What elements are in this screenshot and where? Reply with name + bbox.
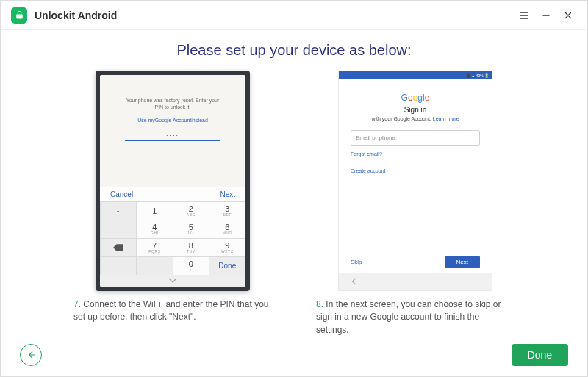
use-google-account-link: Use myGoogle Accountinstead (100, 118, 245, 123)
minimize-button[interactable] (537, 7, 555, 24)
close-icon (563, 10, 573, 21)
key-9: 9WXYZ (209, 239, 245, 256)
skip-link: Skip (351, 259, 362, 265)
key-4: 4GHI (137, 220, 173, 238)
screenshot-gallery: Your phone was factory reset. Enter your… (23, 71, 565, 337)
step-7-number: 7. (74, 299, 81, 309)
titlebar: Unlockit Android (1, 1, 587, 30)
signin-title: Sign in (351, 106, 480, 114)
main-content: Please set up your device as below: Your… (1, 30, 587, 338)
app-title: Unlockit Android (35, 10, 117, 21)
google-signin-body: Google Sign in with your Google Account.… (339, 79, 492, 251)
minimize-icon (541, 10, 551, 21)
arrow-left-icon (25, 350, 37, 360)
key-7: 7PQRS (137, 239, 173, 256)
step-8-caption: 8. In the next screen, you can choose to… (316, 298, 514, 337)
pin-dots: ···· (100, 132, 245, 139)
google-next-button: Next (445, 256, 480, 268)
keyboard-collapse (100, 275, 245, 287)
chevron-down-icon (168, 278, 177, 284)
key-dot: . (101, 257, 137, 275)
step-7-column: Your phone was factory reset. Enter your… (74, 71, 272, 337)
signin-subtitle: with your Google Account. Learn more (351, 116, 480, 121)
google-footer-actions: Skip Next (339, 251, 492, 273)
back-button[interactable] (20, 344, 42, 366)
key-done: Done (209, 257, 245, 275)
key-6: 6MNO (209, 220, 245, 238)
learn-more-link: Learn more (433, 116, 459, 121)
phone-mockup-pin: Your phone was factory reset. Enter your… (96, 71, 250, 291)
lock-icon (15, 10, 24, 20)
phone-mockup-google: ⚫ ▲ 40% 🔋 Google Sign in with your Googl… (338, 71, 492, 291)
key-3: 3DEF (209, 202, 245, 220)
nav-bar (339, 273, 492, 290)
phone-screen-pin: Your phone was factory reset. Enter your… (100, 75, 245, 287)
create-account-link: Create account (351, 168, 480, 173)
bottom-bar: Done (1, 338, 587, 376)
key-5: 5JKL (173, 220, 209, 238)
key-8: 8TUV (173, 239, 209, 256)
key-spacer-2 (137, 257, 173, 275)
close-button[interactable] (559, 7, 577, 24)
step-7-caption: 7. Connect to the WiFi, and enter the PI… (74, 298, 272, 324)
email-field: Email or phone (351, 130, 480, 146)
done-button[interactable]: Done (512, 344, 568, 366)
google-logo: Google (351, 93, 480, 103)
pin-message: Your phone was factory reset. Enter your… (100, 97, 245, 110)
menu-icon (518, 10, 530, 21)
key-backspace (101, 239, 137, 256)
numeric-keypad: - 1 2ABC 3DEF 4GHI 5JKL 6MNO 7PQRS (100, 201, 245, 275)
key-0: 0+ (173, 257, 209, 275)
phone-screen-google: ⚫ ▲ 40% 🔋 Google Sign in with your Googl… (338, 71, 492, 291)
key-2: 2ABC (173, 202, 209, 220)
step-8-number: 8. (316, 299, 323, 309)
forgot-email-link: Forgot email? (351, 151, 480, 157)
backspace-icon (113, 244, 123, 251)
app-window: Unlockit Android Please set up your devi… (0, 0, 588, 377)
page-heading: Please set up your device as below: (23, 42, 565, 59)
status-bar: ⚫ ▲ 40% 🔋 (339, 71, 492, 79)
app-logo (11, 7, 27, 24)
key-spacer-1 (101, 220, 137, 238)
pin-actions: Cancel Next (100, 187, 245, 201)
pin-cancel: Cancel (110, 190, 133, 198)
key-minus: - (101, 202, 137, 220)
step-8-column: ⚫ ▲ 40% 🔋 Google Sign in with your Googl… (316, 71, 514, 337)
key-1: 1 (137, 202, 173, 220)
pin-next: Next (220, 190, 235, 198)
menu-button[interactable] (515, 7, 533, 24)
back-chevron-icon (351, 278, 358, 285)
